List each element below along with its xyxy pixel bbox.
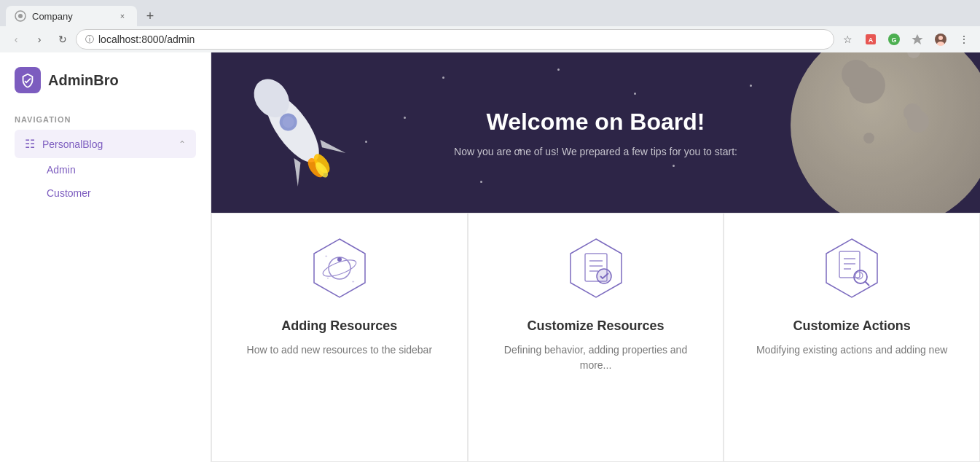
svg-text:*: * [327, 277, 329, 281]
customize-actions-icon [819, 235, 885, 301]
card-title-customize-resources: Customize Resources [527, 318, 664, 334]
svg-rect-33 [839, 251, 860, 278]
crater2 [903, 103, 922, 122]
hero-title: Welcome on Board! [454, 109, 737, 136]
browser-chrome: Company × + ‹ › ↻ ⓘ localhost:8000/admin… [0, 0, 980, 52]
back-button[interactable]: ‹ [6, 29, 26, 50]
card-customize-resources: Customize Resources Defining behavior, a… [468, 213, 724, 462]
cards-section: + + * Adding Resources How to add new re… [211, 213, 980, 462]
customize-resources-icon [563, 235, 629, 301]
adding-resources-icon: + + * [307, 235, 372, 301]
nav-item-label-personal-blog: PersonalBlog [42, 138, 103, 150]
card-customize-actions: Customize Actions Modifying existing act… [724, 213, 980, 462]
svg-point-1 [18, 14, 23, 18]
svg-marker-18 [314, 239, 365, 297]
extension-icon2[interactable]: G [884, 29, 904, 50]
crater1 [842, 60, 871, 89]
svg-point-8 [937, 42, 944, 46]
crater4 [863, 133, 874, 144]
app-layout: AdminBro NAVIGATION ☷ PersonalBlog ⌃ Adm… [0, 52, 980, 462]
extension-icon1[interactable]: A [861, 29, 881, 50]
sidebar: AdminBro NAVIGATION ☷ PersonalBlog ⌃ Adm… [0, 52, 211, 462]
sidebar-logo: AdminBro [0, 52, 211, 108]
svg-marker-32 [826, 239, 877, 297]
tab-favicon [15, 10, 26, 22]
hero-text: Welcome on Board! Now you are one of us!… [454, 109, 737, 157]
svg-text:+: + [325, 254, 328, 258]
svg-text:G: G [891, 36, 896, 44]
tab-close-button[interactable]: × [117, 10, 128, 22]
card-adding-resources: + + * Adding Resources How to add new re… [211, 213, 468, 462]
browser-tab[interactable]: Company × [6, 6, 137, 26]
profile-icon[interactable] [930, 29, 951, 50]
card-desc-customize-actions: Modifying existing actions and adding ne… [756, 342, 947, 358]
svg-point-21 [337, 257, 342, 262]
card-desc-customize-resources: Defining behavior, adding properties and… [490, 342, 702, 373]
svg-marker-25 [571, 239, 622, 297]
browser-toolbar: ‹ › ↻ ⓘ localhost:8000/admin ☆ A G [0, 26, 980, 52]
tab-title: Company [32, 11, 111, 22]
sidebar-item-admin[interactable]: Admin [15, 158, 196, 181]
sidebar-item-personal-blog[interactable]: ☷ PersonalBlog ⌃ [15, 130, 196, 158]
main-content: Welcome on Board! Now you are one of us!… [211, 52, 980, 462]
chevron-up-icon: ⌃ [179, 139, 186, 149]
svg-text:A: A [869, 36, 874, 44]
tab-bar: Company × + [0, 0, 980, 26]
forward-button[interactable]: › [29, 29, 50, 50]
new-tab-button[interactable]: + [140, 6, 160, 26]
card-desc-adding-resources: How to add new resources to the sidebar [247, 342, 432, 358]
menu-icon[interactable]: ⋮ [954, 29, 974, 50]
moon-decoration [791, 52, 980, 213]
hero-banner: Welcome on Board! Now you are one of us!… [211, 52, 980, 213]
crater3 [907, 52, 920, 58]
refresh-button[interactable]: ↻ [52, 29, 73, 50]
sidebar-item-customer[interactable]: Customer [15, 181, 196, 205]
hero-subtitle: Now you are one of us! We prepared a few… [454, 146, 737, 157]
card-title-adding-resources: Adding Resources [281, 318, 397, 334]
nav-section-label: NAVIGATION [15, 115, 196, 124]
list-icon: ☷ [25, 137, 35, 151]
logo-icon [15, 67, 41, 93]
logo-text: AdminBro [48, 72, 119, 89]
address-bar[interactable]: ⓘ localhost:8000/admin [76, 29, 834, 50]
svg-text:+: + [352, 279, 355, 283]
svg-point-7 [938, 36, 943, 40]
rocket-decoration [226, 64, 372, 213]
extension-icon3[interactable] [907, 29, 928, 50]
toolbar-icons: ☆ A G [837, 29, 974, 50]
svg-line-39 [865, 281, 869, 286]
nav-section: NAVIGATION ☷ PersonalBlog ⌃ Admin Custom… [0, 108, 211, 209]
lock-icon: ⓘ [85, 34, 94, 46]
url-text: localhost:8000/admin [98, 34, 825, 45]
card-title-customize-actions: Customize Actions [793, 318, 911, 334]
bookmark-icon[interactable]: ☆ [837, 29, 858, 50]
